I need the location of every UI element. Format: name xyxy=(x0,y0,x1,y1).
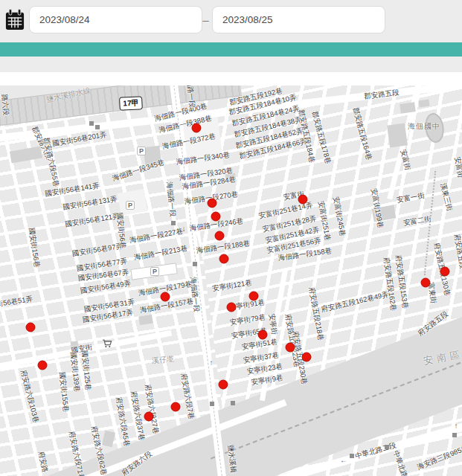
street-label: 路六段 xyxy=(1,94,10,115)
road-marker-square xyxy=(231,401,235,405)
road-marker-square xyxy=(171,221,176,225)
map-marker[interactable] xyxy=(26,323,36,332)
supermarket-cart-icon xyxy=(103,339,112,349)
map-marker[interactable] xyxy=(440,267,450,277)
date-range-toolbar: – xyxy=(0,0,462,42)
map-marker[interactable] xyxy=(208,199,217,208)
road-marker-square xyxy=(210,402,214,406)
map-marker[interactable] xyxy=(38,361,48,370)
map-marker[interactable] xyxy=(249,292,259,301)
building xyxy=(400,102,416,114)
map-marker[interactable] xyxy=(298,195,308,205)
road-marker-square xyxy=(193,262,197,266)
building xyxy=(418,100,429,108)
road-marker-square xyxy=(89,121,94,126)
map-marker[interactable] xyxy=(211,212,221,222)
accent-bar xyxy=(0,42,462,57)
app-window: – 海佃路一段400巷海佃路一段388巷海佃路一段372巷海佃路一段340巷海佃… xyxy=(0,0,462,476)
road-marker-square xyxy=(350,454,354,458)
map-marker[interactable] xyxy=(421,278,431,288)
map-marker[interactable] xyxy=(215,231,225,241)
parking-icon: P xyxy=(126,201,135,210)
route-17a-badge: 17甲 xyxy=(119,96,143,111)
map-marker[interactable] xyxy=(219,254,229,264)
map-marker[interactable] xyxy=(192,123,202,133)
date-to-input[interactable] xyxy=(212,6,385,33)
parking-icon: P xyxy=(137,147,146,155)
place-label: 溪仔墘 xyxy=(151,354,174,367)
road-marker-square xyxy=(452,433,457,437)
one-way-arrow-icon: ↑ xyxy=(210,358,214,367)
one-way-arrow-icon: ↑ xyxy=(455,422,458,430)
map-canvas[interactable]: 海佃路一段400巷海佃路一段388巷海佃路一段372巷海佃路一段340巷海佃路一… xyxy=(0,86,462,476)
map-marker[interactable] xyxy=(227,303,237,312)
map-marker[interactable] xyxy=(219,380,228,390)
one-way-arrow-icon: ← xyxy=(340,456,347,464)
parking-icon: P xyxy=(150,267,159,276)
school-building xyxy=(387,123,408,147)
map-marker[interactable] xyxy=(302,353,312,362)
one-way-arrow-icon: ↓ xyxy=(182,225,186,233)
map-marker[interactable] xyxy=(161,292,170,302)
calendar-icon[interactable] xyxy=(5,9,25,31)
date-range-separator: – xyxy=(199,13,212,26)
map-marker[interactable] xyxy=(171,402,181,412)
date-from-input[interactable] xyxy=(29,6,202,33)
road-marker-square xyxy=(385,445,389,449)
map-marker[interactable] xyxy=(258,330,268,340)
school-label: 海佃國中 xyxy=(408,121,440,132)
road-marker-square xyxy=(95,125,100,129)
map-marker[interactable] xyxy=(144,412,154,422)
map-marker[interactable] xyxy=(286,343,295,353)
